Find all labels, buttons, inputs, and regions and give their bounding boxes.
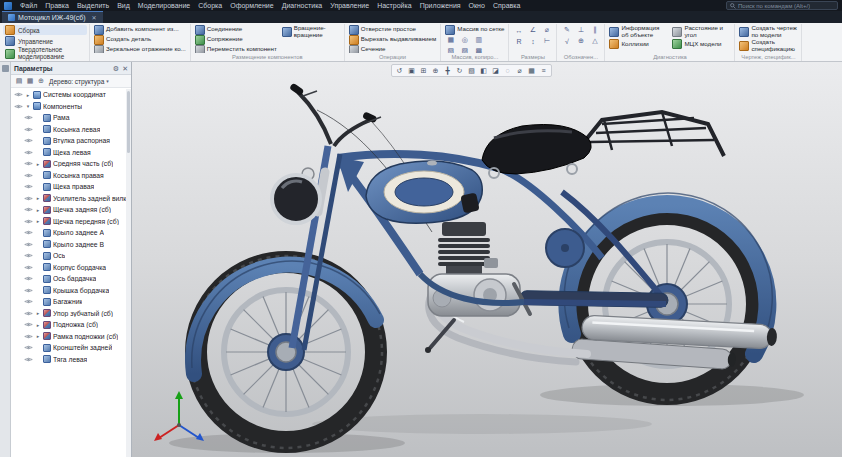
tree-item[interactable]: Щека правая [11, 181, 131, 193]
surface-finish-icon[interactable]: √ [560, 36, 573, 46]
hide-objects-icon[interactable]: ◌ [502, 65, 513, 76]
mirror-components-button[interactable]: Зеркальное отражение ко... [93, 45, 187, 53]
visibility-eye-icon[interactable] [24, 183, 33, 190]
visibility-eye-icon[interactable] [24, 241, 33, 248]
menu-item[interactable]: Настройка [373, 0, 415, 11]
visibility-eye-icon[interactable] [24, 287, 33, 294]
menu-item[interactable]: Диагностика [278, 0, 327, 11]
linear-dimension-icon[interactable]: ↔ [512, 25, 525, 35]
tree-composition-icon[interactable]: ▦ [25, 76, 35, 86]
menu-item[interactable]: Управление [326, 0, 373, 11]
tree-item[interactable]: Тяга левая [11, 354, 131, 366]
tree-item[interactable]: Багажник [11, 296, 131, 308]
tree-item[interactable]: Ось бардачка [11, 273, 131, 285]
tree-structure-icon[interactable]: ▤ [14, 76, 24, 86]
menu-item[interactable]: Файл [16, 0, 41, 11]
collisions-button[interactable]: Коллизии [608, 39, 668, 49]
section-button[interactable]: Сечение [348, 45, 437, 53]
expander-icon[interactable]: ▾ [25, 103, 31, 109]
expander-icon[interactable]: ▸ [35, 161, 41, 167]
expander-icon[interactable]: ▸ [35, 195, 41, 201]
visibility-eye-icon[interactable] [24, 137, 33, 144]
visibility-eye-icon[interactable] [24, 344, 33, 351]
visibility-eye-icon[interactable] [24, 149, 33, 156]
ribbon-tab-management[interactable]: Управление [3, 36, 87, 46]
tree-item[interactable]: Корпус бордачка [11, 262, 131, 274]
tree-item[interactable]: ▸ Щечка задняя (сб) [11, 204, 131, 216]
zoom-window-icon[interactable]: ⊞ [418, 65, 429, 76]
expander-icon[interactable]: ▸ [35, 207, 41, 213]
mass-properties-button[interactable]: МЦХ модели [671, 39, 731, 49]
array-points-icon[interactable]: ▩ [472, 46, 485, 53]
parallel-icon[interactable]: ∥ [588, 25, 601, 35]
visibility-eye-icon[interactable] [24, 333, 33, 340]
app-logo-icon[interactable] [4, 2, 12, 10]
tree-item[interactable]: Крыло заднее В [11, 239, 131, 251]
expander-icon[interactable]: ▸ [35, 218, 41, 224]
tree-scrollbar[interactable] [126, 89, 131, 457]
motorcycle-3d-model[interactable] [132, 62, 841, 457]
tree-mode-label[interactable]: Дерево: структура [49, 78, 104, 85]
tree-search-icon[interactable]: ⊕ [36, 76, 46, 86]
array-circular-icon[interactable]: ◎ [458, 35, 471, 45]
visibility-eye-icon[interactable] [24, 321, 33, 328]
menu-item[interactable]: Моделирование [134, 0, 194, 11]
tree-item[interactable]: Втулка распорная [11, 135, 131, 147]
grid-array-button[interactable]: Массив по сетке [444, 25, 505, 34]
array-curve-icon[interactable]: ▨ [458, 46, 471, 53]
panel-collapse-icon[interactable] [2, 65, 9, 72]
add-component-button[interactable]: Добавить компонент из... [93, 25, 187, 34]
command-search-input[interactable]: Поиск по командам (Alt+/) [726, 1, 838, 10]
tree-item[interactable]: Крышка бордачка [11, 285, 131, 297]
expander-icon[interactable]: ▸ [35, 333, 41, 339]
perpendicular-icon[interactable]: ⊥ [574, 25, 587, 35]
document-tab[interactable]: Мотоцикл ИЖ-49(сб) ✕ [2, 11, 103, 23]
ribbon-tab-assembly[interactable]: Сборка [3, 25, 87, 35]
cut-extrude-button[interactable]: Вырезать выдавливанием [348, 35, 437, 44]
tree-item[interactable]: ▸ Усилитель задней вилки (сб) [11, 193, 131, 205]
section-view-icon[interactable]: ◪ [490, 65, 501, 76]
menu-item[interactable]: Окно [465, 0, 489, 11]
tree-item[interactable]: Щека левая [11, 147, 131, 159]
create-part-button[interactable]: Создать деталь [93, 35, 187, 44]
visibility-eye-icon[interactable] [14, 103, 23, 110]
hole-button[interactable]: Отверстие простое [348, 25, 437, 34]
visibility-eye-icon[interactable] [24, 114, 33, 121]
visibility-eye-icon[interactable] [24, 195, 33, 202]
visibility-eye-icon[interactable] [24, 206, 33, 213]
undo-view-icon[interactable]: ↺ [394, 65, 405, 76]
menu-item[interactable]: Правка [41, 0, 73, 11]
viewport-3d[interactable]: ↺▣⊞⊕╋↻▧◧◪◌⌀▦≡ [132, 62, 842, 457]
visibility-eye-icon[interactable] [24, 172, 33, 179]
panel-settings-icon[interactable]: ⚙ [113, 65, 119, 72]
menu-item[interactable]: Сборка [194, 0, 226, 11]
visibility-eye-icon[interactable] [24, 356, 33, 363]
connection-button[interactable]: Соединение [194, 25, 278, 34]
orientation-icon[interactable]: ▧ [466, 65, 477, 76]
ribbon-tab-solid-modeling[interactable]: Твердотельное моделирование [3, 47, 87, 60]
visibility-eye-icon[interactable] [24, 275, 33, 282]
tree-item[interactable]: ▸ Рамка подножки (сб) [11, 331, 131, 343]
visibility-eye-icon[interactable] [24, 298, 33, 305]
mate-button[interactable]: Сопряжение [194, 35, 278, 44]
tree-item[interactable]: ▸ Системы координат [11, 89, 131, 101]
visibility-eye-icon[interactable] [24, 229, 33, 236]
pan-icon[interactable]: ╋ [442, 65, 453, 76]
view-options-icon[interactable]: ≡ [538, 65, 549, 76]
copy-objects-icon[interactable]: ▥ [472, 35, 485, 45]
tree-item[interactable]: Ось [11, 250, 131, 262]
position-tolerance-icon[interactable]: ⊕ [574, 36, 587, 46]
scrollbar-thumb[interactable] [127, 91, 130, 153]
radius-dimension-icon[interactable]: R [512, 36, 525, 46]
expander-icon[interactable]: ▸ [35, 310, 41, 316]
visibility-eye-icon[interactable] [24, 252, 33, 259]
visibility-eye-icon[interactable] [14, 91, 23, 98]
tree-item[interactable]: ▸ Средняя часть (сб) [11, 158, 131, 170]
create-spec-button[interactable]: Создать спецификацию [738, 39, 798, 52]
menu-item[interactable]: Выделить [73, 0, 113, 11]
tree-item[interactable]: ▾ Компоненты [11, 101, 131, 113]
menu-item[interactable]: Вид [113, 0, 134, 11]
object-info-button[interactable]: Информация об объекте [608, 25, 668, 38]
tree-item[interactable]: Крыло заднее А [11, 227, 131, 239]
zoom-in-icon[interactable]: ⊕ [430, 65, 441, 76]
